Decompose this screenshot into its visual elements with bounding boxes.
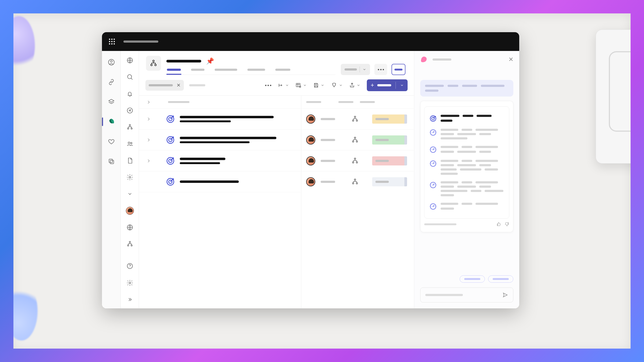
rail-item-1[interactable] [105, 56, 117, 68]
copilot-title: Copilot [433, 58, 451, 61]
send-icon [502, 292, 508, 298]
tool-save[interactable] [313, 82, 324, 88]
tool-copilot[interactable] [331, 82, 343, 88]
copilot-result-kr[interactable] [429, 157, 504, 178]
rail2-org[interactable] [124, 121, 136, 133]
chevron-down-icon [357, 83, 360, 87]
copilot-suggestion-chip[interactable] [460, 275, 485, 283]
svg-point-8 [114, 43, 115, 45]
org-icon [351, 136, 359, 144]
svg-point-46 [352, 141, 354, 142]
gear-icon [126, 279, 133, 286]
svg-point-15 [127, 108, 133, 113]
people-icon [126, 140, 133, 147]
rail2-people[interactable] [124, 138, 136, 149]
tab-4[interactable] [275, 69, 291, 75]
rail-item-5[interactable] [105, 136, 117, 147]
grid-row-side[interactable] [301, 171, 414, 192]
tool-share[interactable] [349, 82, 360, 88]
layers-icon [108, 98, 115, 105]
status-pill[interactable] [372, 135, 407, 145]
expand-all-button[interactable] [146, 100, 151, 104]
copilot-result-kr[interactable] [429, 178, 504, 200]
grid-row[interactable] [139, 171, 301, 192]
rail2-org2[interactable] [124, 238, 136, 250]
grid-row-side[interactable] [301, 130, 414, 150]
svg-point-49 [352, 162, 354, 163]
row-expander[interactable] [146, 117, 151, 121]
rail2-settings[interactable] [124, 172, 136, 183]
page-icon-box[interactable] [146, 56, 161, 71]
rail-item-6[interactable] [105, 156, 117, 167]
rail2-file[interactable] [124, 155, 136, 166]
grid-row[interactable] [139, 109, 301, 130]
row-expander[interactable] [146, 138, 151, 142]
grid-row-side[interactable] [301, 109, 414, 130]
rail2-expand[interactable] [124, 294, 136, 305]
rail2-settings2[interactable] [124, 277, 136, 288]
bell-icon [126, 90, 133, 97]
rail-item-3[interactable] [105, 96, 117, 108]
rail2-compass[interactable] [124, 105, 136, 116]
rail2-bell[interactable] [124, 88, 136, 99]
thumbs-down-button[interactable] [504, 222, 509, 227]
new-button[interactable]: + New [367, 79, 408, 91]
copilot-result-kr[interactable] [429, 200, 504, 213]
thumbs-up-button[interactable] [496, 222, 501, 227]
copilot-suggestion-chip[interactable] [488, 275, 513, 283]
copilot-user-message [420, 80, 513, 97]
pin-icon[interactable]: 📌 [206, 57, 214, 65]
svg-point-28 [129, 282, 131, 284]
close-button[interactable]: ✕ [508, 56, 513, 63]
tool-width[interactable] [278, 82, 289, 88]
row-expander[interactable] [146, 159, 151, 163]
main-content: Project 📌 View Copilot [139, 51, 414, 308]
copilot-toggle-button[interactable]: Copilot [391, 64, 405, 75]
grid-header-row-side: Owner Team Status [301, 96, 414, 109]
grid-row-side[interactable] [301, 150, 414, 171]
svg-point-17 [127, 128, 129, 129]
view-label: View [345, 68, 357, 71]
copilot-input-placeholder [425, 294, 463, 296]
view-dropdown-button[interactable]: View [341, 64, 370, 75]
rail2-help[interactable] [124, 260, 136, 272]
target-icon [429, 115, 437, 122]
copilot-result-goal[interactable] [429, 112, 504, 125]
send-button[interactable] [502, 292, 508, 298]
rail-item-active[interactable] [105, 116, 117, 128]
tab-3[interactable] [247, 69, 266, 75]
rail2-avatar[interactable] [124, 205, 136, 216]
owner-avatar [306, 177, 315, 186]
new-button-label: New [377, 84, 391, 86]
share-icon [349, 82, 355, 88]
grid-row[interactable] [139, 130, 301, 150]
copilot-result-kr[interactable] [429, 143, 504, 157]
tool-more[interactable] [265, 85, 271, 86]
secondary-nav-rail [121, 51, 139, 308]
rail-item-2[interactable] [105, 76, 117, 88]
rail2-search[interactable] [124, 71, 136, 83]
tab-2[interactable] [214, 69, 238, 75]
rail2-globe[interactable] [124, 55, 136, 66]
tab-label [275, 69, 290, 71]
status-pill[interactable] [372, 177, 407, 186]
copilot-input[interactable] [420, 287, 513, 302]
grid-row[interactable] [139, 150, 301, 171]
copilot-result-kr[interactable] [429, 125, 504, 143]
svg-point-2 [114, 39, 115, 40]
svg-point-23 [129, 241, 130, 243]
rail2-globe2[interactable] [124, 222, 136, 233]
app-launcher-button[interactable] [107, 36, 117, 47]
tab-0[interactable] [166, 69, 181, 75]
tool-table[interactable] [295, 82, 307, 88]
status-pill[interactable] [372, 114, 407, 124]
filter-chip[interactable]: Filter ✕ [145, 80, 184, 91]
target-icon [166, 156, 175, 165]
filter-chip-label: Filter [149, 84, 173, 86]
status-pill[interactable] [372, 156, 407, 165]
target-icon [166, 135, 175, 145]
tab-1[interactable] [191, 69, 205, 75]
rail2-collapse[interactable] [124, 188, 136, 200]
close-icon[interactable]: ✕ [177, 82, 181, 88]
more-button[interactable] [374, 64, 387, 75]
